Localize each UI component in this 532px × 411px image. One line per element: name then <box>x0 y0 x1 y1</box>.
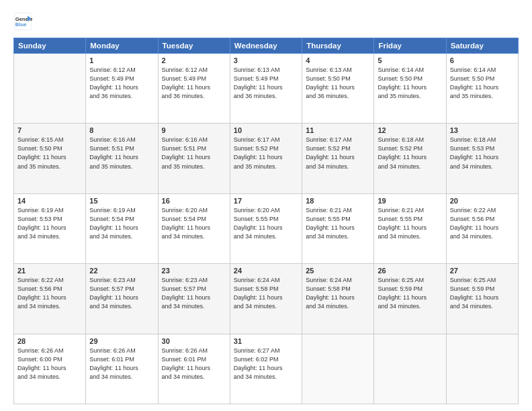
day-info: Sunrise: 6:16 AMSunset: 5:51 PMDaylight:… <box>162 136 226 171</box>
day-info: Sunrise: 6:16 AMSunset: 5:51 PMDaylight:… <box>89 136 154 171</box>
calendar-cell: 15Sunrise: 6:19 AMSunset: 5:54 PMDayligh… <box>86 193 158 263</box>
week-row-2: 7Sunrise: 6:15 AMSunset: 5:50 PMDaylight… <box>14 124 519 193</box>
day-info: Sunrise: 6:24 AMSunset: 5:58 PMDaylight:… <box>234 276 298 311</box>
weekday-header-monday: Monday <box>86 38 158 54</box>
calendar-cell: 26Sunrise: 6:25 AMSunset: 5:59 PMDayligh… <box>374 264 446 334</box>
calendar-cell: 13Sunrise: 6:18 AMSunset: 5:53 PMDayligh… <box>446 124 518 193</box>
weekday-header-friday: Friday <box>374 38 446 54</box>
day-info: Sunrise: 6:20 AMSunset: 5:55 PMDaylight:… <box>234 206 298 241</box>
weekday-header-saturday: Saturday <box>446 38 518 54</box>
day-number: 13 <box>450 126 515 134</box>
day-info: Sunrise: 6:22 AMSunset: 5:56 PMDaylight:… <box>450 206 515 241</box>
day-info: Sunrise: 6:23 AMSunset: 5:57 PMDaylight:… <box>162 276 226 311</box>
day-number: 17 <box>234 197 298 205</box>
day-number: 16 <box>162 197 226 205</box>
day-number: 5 <box>378 56 442 64</box>
page: General Blue SundayMondayTuesdayWednesda… <box>0 0 532 411</box>
day-number: 6 <box>450 56 515 64</box>
calendar-cell: 17Sunrise: 6:20 AMSunset: 5:55 PMDayligh… <box>230 193 302 263</box>
week-row-4: 21Sunrise: 6:22 AMSunset: 5:56 PMDayligh… <box>14 264 519 334</box>
week-row-5: 28Sunrise: 6:26 AMSunset: 6:00 PMDayligh… <box>14 334 519 404</box>
day-info: Sunrise: 6:14 AMSunset: 5:50 PMDaylight:… <box>450 66 515 101</box>
day-number: 12 <box>378 126 442 134</box>
day-info: Sunrise: 6:22 AMSunset: 5:56 PMDaylight:… <box>17 276 82 311</box>
calendar-table: SundayMondayTuesdayWednesdayThursdayFrid… <box>13 38 519 404</box>
day-number: 27 <box>450 267 515 275</box>
logo: General Blue <box>13 12 32 31</box>
day-number: 26 <box>378 267 442 275</box>
weekday-header-sunday: Sunday <box>14 38 86 54</box>
day-info: Sunrise: 6:23 AMSunset: 5:57 PMDaylight:… <box>89 276 154 311</box>
day-number: 30 <box>162 337 226 345</box>
day-number: 20 <box>450 197 515 205</box>
day-info: Sunrise: 6:21 AMSunset: 5:55 PMDaylight:… <box>378 206 442 241</box>
calendar-cell: 23Sunrise: 6:23 AMSunset: 5:57 PMDayligh… <box>158 264 230 334</box>
day-info: Sunrise: 6:26 AMSunset: 6:00 PMDaylight:… <box>17 347 82 381</box>
calendar-cell: 30Sunrise: 6:26 AMSunset: 6:01 PMDayligh… <box>158 334 230 404</box>
calendar-cell: 29Sunrise: 6:26 AMSunset: 6:01 PMDayligh… <box>86 334 158 404</box>
calendar-cell: 6Sunrise: 6:14 AMSunset: 5:50 PMDaylight… <box>446 54 518 124</box>
day-info: Sunrise: 6:19 AMSunset: 5:53 PMDaylight:… <box>17 206 82 241</box>
day-info: Sunrise: 6:25 AMSunset: 5:59 PMDaylight:… <box>378 276 442 311</box>
day-info: Sunrise: 6:24 AMSunset: 5:58 PMDaylight:… <box>306 276 370 311</box>
day-number: 25 <box>306 267 370 275</box>
day-info: Sunrise: 6:25 AMSunset: 5:59 PMDaylight:… <box>450 276 515 311</box>
day-number: 14 <box>17 197 82 205</box>
day-number: 15 <box>89 197 154 205</box>
calendar-cell: 16Sunrise: 6:20 AMSunset: 5:54 PMDayligh… <box>158 193 230 263</box>
day-info: Sunrise: 6:26 AMSunset: 6:01 PMDaylight:… <box>89 347 154 381</box>
header: General Blue <box>13 12 519 31</box>
calendar-cell: 24Sunrise: 6:24 AMSunset: 5:58 PMDayligh… <box>230 264 302 334</box>
day-info: Sunrise: 6:20 AMSunset: 5:54 PMDaylight:… <box>162 206 226 241</box>
day-number: 4 <box>306 56 370 64</box>
weekday-header-thursday: Thursday <box>302 38 374 54</box>
day-info: Sunrise: 6:13 AMSunset: 5:49 PMDaylight:… <box>234 66 298 101</box>
calendar-cell: 21Sunrise: 6:22 AMSunset: 5:56 PMDayligh… <box>14 264 86 334</box>
day-number: 11 <box>306 126 370 134</box>
day-info: Sunrise: 6:17 AMSunset: 5:52 PMDaylight:… <box>234 136 298 171</box>
calendar-cell: 12Sunrise: 6:18 AMSunset: 5:52 PMDayligh… <box>374 124 446 193</box>
calendar-cell: 1Sunrise: 6:12 AMSunset: 5:49 PMDaylight… <box>86 54 158 124</box>
calendar-cell <box>374 334 446 404</box>
week-row-1: 1Sunrise: 6:12 AMSunset: 5:49 PMDaylight… <box>14 54 519 124</box>
day-number: 31 <box>234 337 298 345</box>
calendar-cell: 31Sunrise: 6:27 AMSunset: 6:02 PMDayligh… <box>230 334 302 404</box>
day-number: 18 <box>306 197 370 205</box>
day-number: 7 <box>17 126 82 134</box>
weekday-header-tuesday: Tuesday <box>158 38 230 54</box>
calendar-cell: 9Sunrise: 6:16 AMSunset: 5:51 PMDaylight… <box>158 124 230 193</box>
calendar-cell: 25Sunrise: 6:24 AMSunset: 5:58 PMDayligh… <box>302 264 374 334</box>
day-number: 8 <box>89 126 154 134</box>
weekday-header-row: SundayMondayTuesdayWednesdayThursdayFrid… <box>14 38 519 54</box>
calendar-cell <box>14 54 86 124</box>
calendar-cell: 27Sunrise: 6:25 AMSunset: 5:59 PMDayligh… <box>446 264 518 334</box>
calendar-cell <box>446 334 518 404</box>
calendar-cell: 18Sunrise: 6:21 AMSunset: 5:55 PMDayligh… <box>302 193 374 263</box>
logo-icon: General Blue <box>13 12 32 31</box>
calendar-cell: 19Sunrise: 6:21 AMSunset: 5:55 PMDayligh… <box>374 193 446 263</box>
day-number: 1 <box>89 56 154 64</box>
calendar-cell: 28Sunrise: 6:26 AMSunset: 6:00 PMDayligh… <box>14 334 86 404</box>
day-number: 22 <box>89 267 154 275</box>
day-info: Sunrise: 6:14 AMSunset: 5:50 PMDaylight:… <box>378 66 442 101</box>
week-row-3: 14Sunrise: 6:19 AMSunset: 5:53 PMDayligh… <box>14 193 519 263</box>
svg-text:Blue: Blue <box>15 21 27 28</box>
day-info: Sunrise: 6:13 AMSunset: 5:50 PMDaylight:… <box>306 66 370 101</box>
calendar-cell: 7Sunrise: 6:15 AMSunset: 5:50 PMDaylight… <box>14 124 86 193</box>
day-info: Sunrise: 6:18 AMSunset: 5:52 PMDaylight:… <box>378 136 442 171</box>
calendar-cell: 14Sunrise: 6:19 AMSunset: 5:53 PMDayligh… <box>14 193 86 263</box>
calendar-cell: 11Sunrise: 6:17 AMSunset: 5:52 PMDayligh… <box>302 124 374 193</box>
day-info: Sunrise: 6:15 AMSunset: 5:50 PMDaylight:… <box>17 136 82 171</box>
day-number: 2 <box>162 56 226 64</box>
day-info: Sunrise: 6:12 AMSunset: 5:49 PMDaylight:… <box>89 66 154 101</box>
calendar-cell <box>302 334 374 404</box>
day-number: 29 <box>89 337 154 345</box>
weekday-header-wednesday: Wednesday <box>230 38 302 54</box>
day-number: 3 <box>234 56 298 64</box>
day-info: Sunrise: 6:12 AMSunset: 5:49 PMDaylight:… <box>162 66 226 101</box>
day-number: 10 <box>234 126 298 134</box>
day-number: 23 <box>162 267 226 275</box>
day-number: 21 <box>17 267 82 275</box>
calendar-cell: 3Sunrise: 6:13 AMSunset: 5:49 PMDaylight… <box>230 54 302 124</box>
calendar-cell: 10Sunrise: 6:17 AMSunset: 5:52 PMDayligh… <box>230 124 302 193</box>
